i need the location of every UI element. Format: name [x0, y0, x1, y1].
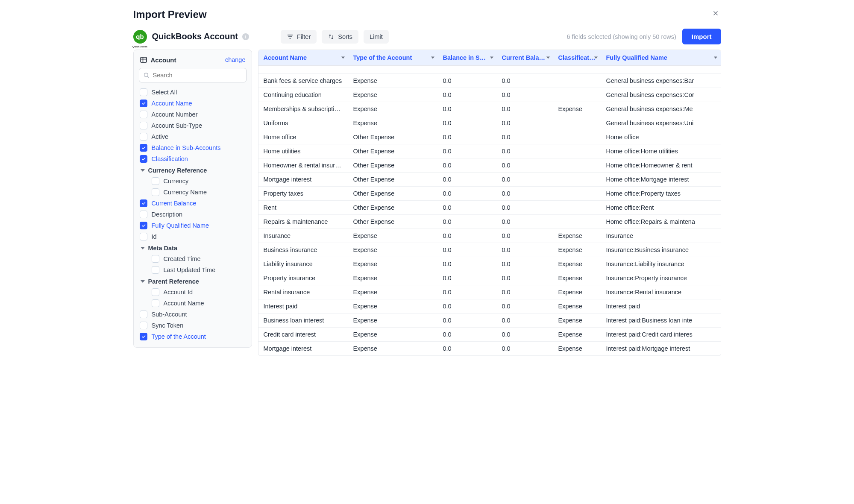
field-checkbox-item[interactable]: Currency Name — [139, 187, 247, 198]
column-header[interactable]: Type of the Account — [348, 50, 438, 66]
cell-fqn: Interest paid:Credit card interes — [601, 328, 721, 342]
column-header[interactable]: Classificat… — [553, 50, 601, 66]
cell-balance-sub: 0.0 — [438, 328, 497, 342]
field-label: Sync Token — [152, 322, 184, 329]
checkbox-icon — [152, 266, 159, 274]
table-row[interactable]: InsuranceExpense0.00.0ExpenseInsurance — [258, 229, 721, 243]
cell-balance-sub: 0.0 — [438, 102, 497, 116]
column-header[interactable]: Balance in S… — [438, 50, 497, 66]
cell-account-name: Property insurance — [258, 271, 348, 285]
sidebar-header-label: Account — [151, 56, 176, 64]
chevron-down-icon — [431, 57, 434, 59]
table-row[interactable]: Credit card interestExpense0.00.0Expense… — [258, 328, 721, 342]
cell-current-balance: 0.0 — [497, 243, 553, 257]
table-row[interactable]: Bank fees & service chargesExpense0.00.0… — [258, 74, 721, 88]
field-checkbox-item[interactable]: Sync Token — [139, 320, 247, 331]
cell-account-name: Interest paid — [258, 299, 348, 314]
field-checkbox-item[interactable]: Account Name — [139, 298, 247, 309]
change-table-link[interactable]: change — [225, 56, 246, 63]
field-checkbox-item[interactable]: Account Name — [139, 98, 247, 109]
table-row[interactable]: Repairs & maintenanceOther Expense0.00.0… — [258, 215, 721, 229]
filter-icon — [287, 33, 293, 40]
table-row[interactable]: Mortgage interestOther Expense0.00.0Home… — [258, 173, 721, 187]
field-label: Account Sub-Type — [152, 122, 202, 129]
cell-classification — [553, 74, 601, 88]
field-label: Account Name — [164, 300, 204, 307]
filter-button[interactable]: Filter — [281, 30, 317, 44]
field-checkbox-item[interactable]: Balance in Sub-Accounts — [139, 142, 247, 153]
table-row[interactable]: Home utilitiesOther Expense0.00.0Home of… — [258, 144, 721, 158]
chevron-down-icon — [141, 247, 145, 249]
field-checkbox-item[interactable]: Account Sub-Type — [139, 120, 247, 131]
field-checkbox-item[interactable]: Account Number — [139, 109, 247, 120]
checkbox-icon — [140, 100, 147, 107]
cell-classification — [553, 187, 601, 201]
cell-account-name: Uniforms — [258, 116, 348, 130]
checkbox-icon — [140, 199, 147, 207]
field-group-header[interactable]: Parent Reference — [139, 275, 247, 287]
cell-balance-sub: 0.0 — [438, 173, 497, 187]
table-row[interactable]: Mortgage interestExpense0.00.0ExpenseInt… — [258, 342, 721, 356]
cell-type: Expense — [348, 243, 438, 257]
table-row[interactable]: Property taxesOther Expense0.00.0Home of… — [258, 187, 721, 201]
cell-classification: Expense — [553, 285, 601, 299]
group-title: Currency Reference — [148, 167, 207, 174]
cell-type: Expense — [348, 74, 438, 88]
field-checkbox-item[interactable]: Account Id — [139, 287, 247, 298]
table-row[interactable]: Homeowner & rental insuranceOther Expens… — [258, 158, 721, 173]
cell-account-name: Rent — [258, 201, 348, 215]
cell-account-name: Home office — [258, 130, 348, 144]
cell-account-name: Memberships & subscriptions — [258, 102, 348, 116]
table-row[interactable]: Rental insuranceExpense0.00.0ExpenseInsu… — [258, 285, 721, 299]
field-checkbox-item[interactable]: Fully Qualified Name — [139, 220, 247, 231]
field-checkbox-item[interactable]: Current Balance — [139, 198, 247, 209]
field-checkbox-item[interactable]: Created Time — [139, 253, 247, 264]
field-checkbox-item[interactable]: Type of the Account — [139, 331, 247, 342]
cell-account-name: Rental insurance — [258, 285, 348, 299]
table-row[interactable]: Liability insuranceExpense0.00.0ExpenseI… — [258, 257, 721, 271]
field-checkbox-item[interactable]: Description — [139, 209, 247, 220]
field-group-header[interactable]: Meta Data — [139, 242, 247, 253]
table-row[interactable]: UniformsExpense0.00.0General business ex… — [258, 116, 721, 130]
table-row[interactable]: Business loan interestExpense0.00.0Expen… — [258, 314, 721, 328]
cell-type: Expense — [348, 257, 438, 271]
cell-balance-sub: 0.0 — [438, 144, 497, 158]
table-row[interactable]: Business insuranceExpense0.00.0ExpenseIn… — [258, 243, 721, 257]
column-header[interactable]: Current Bala… — [497, 50, 553, 66]
table-row[interactable]: RentOther Expense0.00.0Home office:Rent — [258, 201, 721, 215]
cell-current-balance: 0.0 — [497, 130, 553, 144]
table-row[interactable]: Continuing educationExpense0.00.0General… — [258, 88, 721, 102]
cell-balance-sub: 0.0 — [438, 187, 497, 201]
field-checkbox-item[interactable]: Last Updated Time — [139, 264, 247, 275]
close-button[interactable] — [710, 8, 721, 21]
field-checkbox-item[interactable]: Active — [139, 131, 247, 142]
cell-fqn: Home office:Repairs & maintena — [601, 215, 721, 229]
field-checkbox-item[interactable]: Sub-Account — [139, 309, 247, 320]
table-row[interactable]: Memberships & subscriptionsExpense0.00.0… — [258, 102, 721, 116]
import-button[interactable]: Import — [682, 29, 721, 44]
field-group-header[interactable]: Currency Reference — [139, 164, 247, 176]
preview-table: Account NameType of the AccountBalance i… — [258, 50, 721, 356]
field-checkbox-item[interactable]: Id — [139, 231, 247, 242]
table-row[interactable]: Interest paidExpense0.00.0ExpenseInteres… — [258, 299, 721, 314]
table-row[interactable]: Property insuranceExpense0.00.0ExpenseIn… — [258, 271, 721, 285]
table-row[interactable]: Home officeOther Expense0.00.0Home offic… — [258, 130, 721, 144]
sorts-button[interactable]: Sorts — [322, 30, 358, 44]
checkbox-icon — [140, 111, 147, 118]
field-label: Classification — [152, 155, 188, 162]
fields-search-input[interactable] — [139, 68, 247, 82]
limit-button[interactable]: Limit — [364, 30, 389, 44]
field-checkbox-item[interactable]: Currency — [139, 176, 247, 187]
cell-fqn: Insurance:Rental insurance — [601, 285, 721, 299]
field-checkbox-item[interactable]: Select All — [139, 87, 247, 98]
cell-balance-sub: 0.0 — [438, 314, 497, 328]
import-label: Import — [692, 33, 712, 40]
cell-classification: Expense — [553, 342, 601, 356]
field-checkbox-item[interactable]: Classification — [139, 153, 247, 164]
checkbox-icon — [140, 222, 147, 229]
column-header[interactable]: Fully Qualified Name — [601, 50, 721, 66]
checkbox-icon — [140, 211, 147, 218]
column-header[interactable]: Account Name — [258, 50, 348, 66]
checkbox-icon — [140, 144, 147, 152]
info-icon[interactable]: i — [242, 33, 249, 40]
